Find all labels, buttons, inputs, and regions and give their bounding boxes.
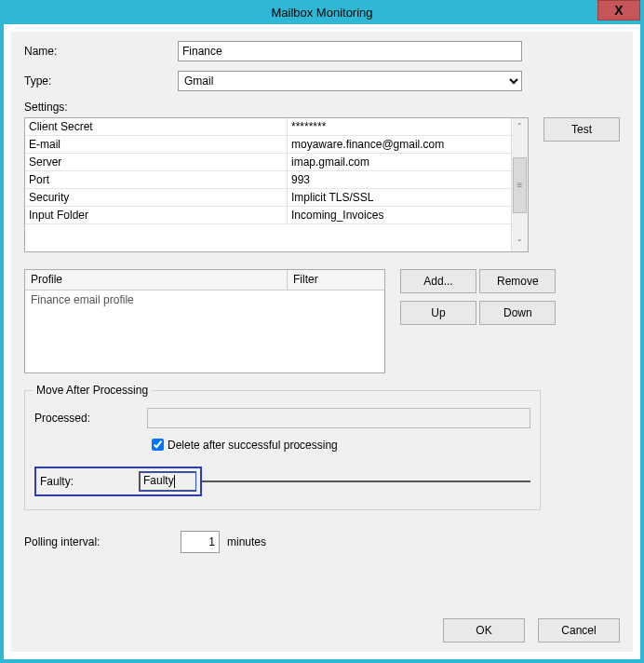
setting-key: Input Folder xyxy=(25,207,288,223)
scroll-down-icon[interactable]: ˅ xyxy=(512,235,528,251)
setting-value[interactable]: 993 xyxy=(288,171,511,188)
setting-key: Client Secret xyxy=(25,118,288,135)
type-select[interactable]: Gmail xyxy=(178,71,522,91)
faulty-input[interactable]: Faulty xyxy=(140,472,195,491)
faulty-label: Faulty: xyxy=(40,475,139,488)
delete-label: Delete after successful processing xyxy=(168,439,338,452)
setting-value[interactable]: imap.gmail.com xyxy=(288,154,511,170)
setting-key: Port xyxy=(25,171,288,188)
dialog-window: Mailbox Monitoring X Name: Type: Gmail S… xyxy=(0,0,644,663)
profile-name: Finance email profile xyxy=(25,293,288,306)
dialog-content: Name: Type: Gmail Settings: Client Secre… xyxy=(11,32,633,652)
setting-value[interactable]: ******** xyxy=(288,118,511,135)
setting-key: E-mail xyxy=(25,136,288,153)
profiles-header-profile[interactable]: Profile xyxy=(25,270,288,290)
name-input[interactable] xyxy=(178,41,522,61)
profile-row[interactable]: Finance email profile xyxy=(25,291,384,309)
add-button[interactable]: Add... xyxy=(400,269,476,293)
scroll-up-icon[interactable]: ˄ xyxy=(512,118,528,135)
down-button[interactable]: Down xyxy=(479,301,556,325)
settings-row: E-mail moyaware.finance@gmail.com xyxy=(25,136,511,154)
close-button[interactable]: X xyxy=(597,0,640,20)
profiles-grid: Profile Filter Finance email profile xyxy=(24,269,385,373)
setting-value[interactable]: Implicit TLS/SSL xyxy=(288,189,511,206)
polling-label: Polling interval: xyxy=(24,535,173,548)
faulty-highlight: Faulty: Faulty xyxy=(34,467,202,496)
processed-label: Processed: xyxy=(34,412,147,425)
setting-key: Server xyxy=(25,154,288,170)
test-button[interactable]: Test xyxy=(543,117,620,142)
ok-button[interactable]: OK xyxy=(443,618,525,643)
processed-input xyxy=(147,408,530,428)
group-legend: Move After Processing xyxy=(33,384,152,397)
settings-row: Input Folder Incoming_Invoices xyxy=(25,207,511,224)
settings-row: Port 993 xyxy=(25,171,511,189)
setting-value[interactable]: moyaware.finance@gmail.com xyxy=(288,136,511,153)
window-title: Mailbox Monitoring xyxy=(271,6,372,20)
settings-scrollbar[interactable]: ˄ ≡ ˅ xyxy=(511,118,528,251)
profiles-header-filter[interactable]: Filter xyxy=(288,270,384,290)
type-label: Type: xyxy=(24,74,178,88)
settings-label: Settings: xyxy=(24,101,620,114)
move-after-processing-group: Move After Processing Processed: Delete … xyxy=(24,390,541,510)
close-icon: X xyxy=(614,3,623,18)
settings-row: Server imap.gmail.com xyxy=(25,154,511,171)
setting-value[interactable]: Incoming_Invoices xyxy=(288,207,511,223)
settings-grid: Client Secret ******** E-mail moyaware.f… xyxy=(24,117,529,252)
settings-row: Security Implicit TLS/SSL xyxy=(25,189,511,207)
faulty-input-extension[interactable] xyxy=(202,480,530,482)
up-button[interactable]: Up xyxy=(400,301,476,325)
cancel-button[interactable]: Cancel xyxy=(538,618,620,643)
scroll-thumb[interactable]: ≡ xyxy=(513,157,527,213)
name-label: Name: xyxy=(24,45,178,58)
settings-row: Client Secret ******** xyxy=(25,118,511,136)
remove-button[interactable]: Remove xyxy=(479,269,556,293)
delete-checkbox[interactable] xyxy=(152,439,164,451)
titlebar: Mailbox Monitoring X xyxy=(4,0,640,24)
setting-key: Security xyxy=(25,189,288,206)
polling-unit: minutes xyxy=(227,535,266,548)
polling-input[interactable] xyxy=(181,531,220,553)
text-caret-icon xyxy=(174,475,175,488)
